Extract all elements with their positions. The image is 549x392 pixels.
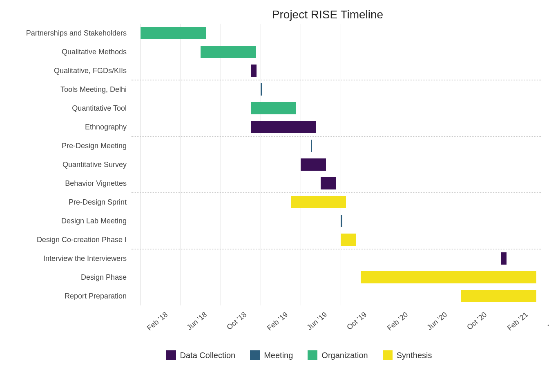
task-bar xyxy=(461,290,536,302)
task-label: Qualitative, FGDs/KIIs xyxy=(8,61,131,80)
task-row xyxy=(131,268,541,287)
group-divider xyxy=(131,192,541,193)
legend-label: Synthesis xyxy=(397,351,432,360)
legend-label: Organization xyxy=(321,351,368,360)
task-label: Tools Meeting, Delhi xyxy=(8,80,131,99)
task-bar xyxy=(251,121,316,133)
task-bar xyxy=(261,83,262,96)
task-bar xyxy=(321,177,336,189)
task-row xyxy=(131,212,541,230)
task-row xyxy=(131,174,541,193)
legend-swatch xyxy=(383,350,393,360)
x-tick-label: Feb '20 xyxy=(386,310,410,332)
group-divider xyxy=(131,249,541,249)
task-label: Interview the Interviewers xyxy=(8,249,131,268)
x-tick-label: Feb '21 xyxy=(506,310,530,332)
task-row xyxy=(131,230,541,249)
task-label: Design Co-creation Phase I xyxy=(8,230,131,249)
task-bar xyxy=(501,252,507,265)
legend-item: Synthesis xyxy=(383,350,432,360)
task-row xyxy=(131,193,541,212)
chart-title: Project RISE Timeline xyxy=(8,8,541,21)
task-bar xyxy=(361,271,536,283)
group-divider xyxy=(131,136,541,137)
x-tick-label: Jun '18 xyxy=(185,310,209,332)
legend-label: Meeting xyxy=(264,351,293,360)
task-row xyxy=(131,99,541,118)
legend-label: Data Collection xyxy=(180,351,236,360)
task-label: Report Preparation xyxy=(8,287,131,305)
task-row xyxy=(131,136,541,155)
x-tick-label: Oct '18 xyxy=(225,310,249,332)
x-axis: Feb '18Jun '18Oct '18Feb '19Jun '19Oct '… xyxy=(131,305,541,334)
task-row xyxy=(131,80,541,99)
task-bar xyxy=(341,234,356,246)
task-label: Qualitative Methods xyxy=(8,42,131,61)
task-row xyxy=(131,118,541,136)
task-bar xyxy=(301,158,326,171)
x-tick-label: Jun '21 xyxy=(545,310,549,332)
legend-swatch xyxy=(308,350,317,360)
task-label: Behavior Vignettes xyxy=(8,174,131,193)
task-bar xyxy=(311,140,312,152)
task-label: Design Phase xyxy=(8,268,131,287)
legend-item: Data Collection xyxy=(166,350,236,360)
gantt-chart: Project RISE Timeline Partnerships and S… xyxy=(8,8,541,384)
task-row xyxy=(131,24,541,42)
x-tick-label: Feb '18 xyxy=(145,310,170,332)
x-tick-label: Oct '20 xyxy=(465,310,489,332)
task-label: Ethnography xyxy=(8,118,131,136)
legend-swatch xyxy=(250,350,260,360)
task-row xyxy=(131,155,541,174)
task-bar xyxy=(251,102,296,114)
legend-item: Meeting xyxy=(250,350,293,360)
x-tick-label: Jun '19 xyxy=(306,310,329,332)
legend-swatch xyxy=(166,350,176,360)
task-label: Quantitative Survey xyxy=(8,155,131,174)
chart-body: Partnerships and StakeholdersQualitative… xyxy=(8,24,541,305)
task-label: Pre-Design Sprint xyxy=(8,193,131,212)
task-bar xyxy=(291,196,346,208)
gridline-vertical xyxy=(541,24,541,305)
x-tick-label: Feb '19 xyxy=(266,310,290,332)
task-bar xyxy=(251,65,257,77)
legend: Data CollectionMeetingOrganizationSynthe… xyxy=(8,350,541,360)
task-label: Design Lab Meeting xyxy=(8,212,131,230)
plot-area xyxy=(131,24,541,305)
y-axis-labels: Partnerships and StakeholdersQualitative… xyxy=(8,24,131,305)
task-row xyxy=(131,42,541,61)
task-bar xyxy=(341,215,342,227)
x-tick-label: Jun '20 xyxy=(426,310,449,332)
task-row xyxy=(131,287,541,305)
task-bar xyxy=(201,46,256,58)
task-row xyxy=(131,249,541,268)
x-tick-label: Oct '19 xyxy=(345,310,368,332)
task-row xyxy=(131,61,541,80)
task-bar xyxy=(141,27,206,39)
task-label: Quantitative Tool xyxy=(8,99,131,118)
task-label: Partnerships and Stakeholders xyxy=(8,24,131,42)
task-label: Pre-Design Meeting xyxy=(8,136,131,155)
group-divider xyxy=(131,80,541,80)
legend-item: Organization xyxy=(308,350,368,360)
